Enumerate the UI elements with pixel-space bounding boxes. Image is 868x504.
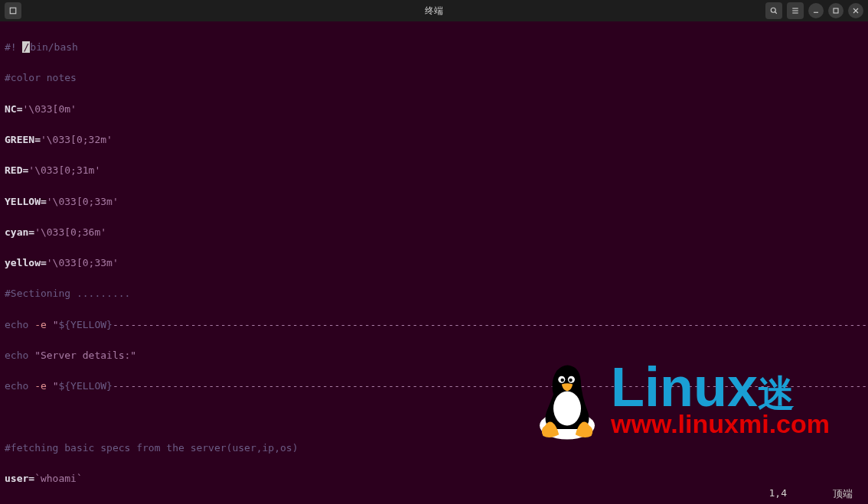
code-line: #! /bin/bash: [5, 40, 863, 55]
titlebar: 终端: [0, 0, 868, 21]
code-line: #color notes: [5, 70, 863, 86]
menu-button[interactable]: [787, 2, 804, 19]
new-tab-button[interactable]: [5, 2, 21, 19]
code-line: echo -e "${YELLOW}----------------------…: [5, 317, 863, 333]
code-line: echo -e "${YELLOW}----------------------…: [5, 379, 863, 394]
cursor-position: 1,4: [769, 487, 787, 501]
terminal-content[interactable]: #! /bin/bash #color notes NC='\033[0m' G…: [0, 21, 868, 504]
code-line: user=`whoami`: [5, 471, 863, 486]
cursor: /: [22, 41, 30, 53]
code-line: RED='\033[0;31m': [5, 163, 863, 178]
search-button[interactable]: [765, 2, 782, 19]
vim-status-line: 1,4 顶端: [0, 487, 868, 501]
svg-rect-7: [834, 8, 838, 13]
minimize-button[interactable]: [808, 3, 824, 18]
maximize-button[interactable]: [828, 3, 844, 18]
svg-line-2: [775, 12, 777, 14]
code-line: cyan='\033[0;36m': [5, 225, 863, 240]
code-line: #Sectioning .........: [5, 286, 863, 301]
code-line: #fetching basic specs from the server(us…: [5, 441, 863, 456]
code-line: YELLOW='\033[0;33m': [5, 194, 863, 210]
code-line: [5, 410, 863, 425]
scroll-position: 顶端: [833, 487, 853, 501]
code-line: yellow='\033[0;33m': [5, 255, 863, 271]
code-line: NC='\033[0m': [5, 102, 863, 117]
code-line: echo "Server details:": [5, 348, 863, 363]
svg-rect-0: [10, 8, 16, 14]
window-title: 终端: [425, 5, 443, 18]
close-button[interactable]: [848, 3, 863, 18]
svg-point-1: [771, 8, 775, 12]
code-line: GREEN='\033[0;32m': [5, 132, 863, 148]
